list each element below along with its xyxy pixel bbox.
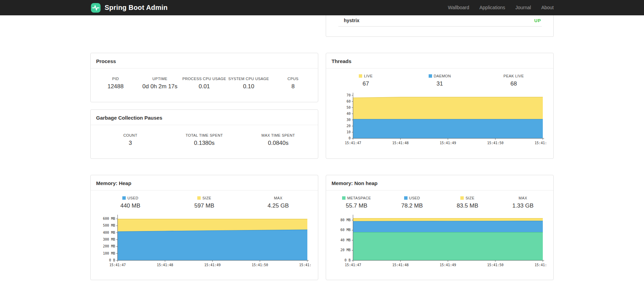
svg-text:15:41:47: 15:41:47 (109, 263, 126, 267)
svg-text:15:41:49: 15:41:49 (440, 141, 456, 145)
metric-label: UPTIME (138, 77, 182, 81)
metric-heap-max: MAX 4.25 GB (241, 196, 315, 209)
svg-text:15:41:48: 15:41:48 (392, 263, 409, 267)
metric-gc-count: COUNT 3 (93, 133, 167, 147)
application-row[interactable]: hystrix UP (326, 15, 553, 23)
svg-text:15:41:50: 15:41:50 (252, 263, 268, 267)
process-panel: Process PID 12488 UPTIME 0d 0h 2m 17s PR… (90, 53, 318, 102)
svg-text:15:41:48: 15:41:48 (157, 263, 173, 267)
threads-panel-title: Threads (326, 53, 553, 69)
metric-process-cpu-usage: PROCESS CPU USAGE 0.01 (182, 77, 226, 90)
metric-label: LIVE (329, 74, 403, 78)
svg-text:15:41:49: 15:41:49 (204, 263, 220, 267)
nav-link-about[interactable]: About (536, 0, 554, 15)
metric-value: 0.01 (182, 83, 226, 90)
top-navbar: Spring Boot Admin Wallboard Applications… (0, 0, 644, 15)
nav-link-applications[interactable]: Applications (474, 0, 510, 15)
used-legend-swatch (404, 196, 408, 200)
svg-text:20: 20 (347, 124, 351, 128)
nav-link-journal[interactable]: Journal (510, 0, 536, 15)
svg-text:40: 40 (347, 112, 351, 116)
metric-value: 0.0840s (241, 140, 315, 147)
metric-value: 0.1380s (167, 140, 241, 147)
svg-text:15:41:47: 15:41:47 (345, 141, 361, 145)
svg-text:10: 10 (347, 130, 351, 134)
svg-text:200 MB: 200 MB (103, 244, 115, 248)
metric-value: 3 (93, 140, 167, 147)
memory-nonheap-panel: Memory: Non heap METASPACE 55.7 MB USED … (326, 175, 554, 280)
memory-heap-chart: 0 B100 MB200 MB300 MB400 MB500 MB600 MB1… (91, 213, 318, 271)
metric-label: USED (93, 196, 167, 200)
metric-label: METASPACE (329, 196, 384, 200)
metric-value: 8 (271, 83, 315, 90)
metric-nonheap-metaspace: METASPACE 55.7 MB (329, 196, 384, 209)
svg-text:0: 0 (349, 136, 351, 140)
metric-value: 78.2 MB (384, 202, 440, 209)
svg-text:15:41:51: 15:41:51 (535, 263, 546, 267)
svg-text:30: 30 (347, 118, 351, 122)
gc-pauses-panel: Garbage Collection Pauses COUNT 3 TOTAL … (90, 109, 318, 159)
svg-text:400 MB: 400 MB (103, 231, 115, 234)
gc-metrics: COUNT 3 TOTAL TIME SPENT 0.1380s MAX TIM… (91, 125, 318, 147)
svg-text:300 MB: 300 MB (103, 238, 115, 241)
svg-text:20 MB: 20 MB (340, 248, 351, 252)
metric-value: 31 (403, 80, 477, 87)
svg-text:70: 70 (347, 93, 351, 97)
metric-gc-total-time: TOTAL TIME SPENT 0.1380s (167, 133, 241, 147)
metric-value: 68 (477, 80, 551, 87)
daemon-legend-swatch (429, 74, 432, 78)
metric-label: MAX (241, 196, 315, 200)
svg-text:60 MB: 60 MB (340, 228, 351, 232)
svg-text:80 MB: 80 MB (340, 218, 351, 222)
svg-text:15:41:51: 15:41:51 (535, 141, 546, 145)
svg-text:0 B: 0 B (344, 258, 351, 262)
metric-label: SYSTEM CPU USAGE (227, 77, 271, 81)
nonheap-metrics: METASPACE 55.7 MB USED 78.2 MB SIZE 83.5… (326, 191, 553, 209)
used-legend-swatch (122, 196, 126, 200)
metric-label: PROCESS CPU USAGE (182, 77, 226, 81)
memory-nonheap-chart: 0 B20 MB40 MB60 MB80 MB15:41:4715:41:481… (326, 213, 553, 271)
metric-label: PID (93, 77, 138, 81)
metric-pid: PID 12488 (93, 77, 138, 90)
metric-label: TOTAL TIME SPENT (167, 133, 241, 137)
metaspace-legend-swatch (342, 196, 346, 200)
metric-label: MAX (495, 196, 551, 200)
size-legend-swatch (197, 196, 201, 200)
gc-panel-title: Garbage Collection Pauses (91, 110, 318, 125)
size-legend-swatch (460, 196, 464, 200)
svg-text:15:41:49: 15:41:49 (440, 263, 456, 267)
metric-label: PEAK LIVE (477, 74, 551, 78)
svg-text:600 MB: 600 MB (103, 217, 115, 221)
svg-text:0 B: 0 B (109, 258, 115, 262)
main-content: Process PID 12488 UPTIME 0d 0h 2m 17s PR… (90, 15, 554, 280)
metric-threads-daemon: DAEMON 31 (403, 74, 477, 87)
brand-link[interactable]: Spring Boot Admin (90, 2, 168, 13)
metric-cpus: CPUS 8 (271, 77, 315, 90)
metric-heap-used: USED 440 MB (93, 196, 167, 209)
row-divider (338, 26, 542, 27)
metric-value: 4.25 GB (241, 202, 315, 209)
applications-panel-cutoff: hystrix UP (326, 15, 554, 37)
application-name-link[interactable]: hystrix (344, 18, 359, 23)
metric-label: SIZE (167, 196, 241, 200)
svg-text:15:41:50: 15:41:50 (487, 141, 504, 145)
metric-system-cpu-usage: SYSTEM CPU USAGE 0.10 (227, 77, 271, 90)
memory-heap-panel: Memory: Heap USED 440 MB SIZE 597 MB MAX… (90, 175, 318, 280)
metric-value: 67 (329, 80, 403, 87)
nav-link-wallboard[interactable]: Wallboard (443, 0, 474, 15)
left-column: Process PID 12488 UPTIME 0d 0h 2m 17s PR… (90, 15, 318, 280)
threads-panel: Threads LIVE 67 DAEMON 31 PEAK LIVE 68 0… (326, 53, 554, 159)
svg-text:15:41:51: 15:41:51 (299, 263, 311, 267)
metric-heap-size: SIZE 597 MB (167, 196, 241, 209)
svg-text:15:41:48: 15:41:48 (392, 141, 409, 145)
right-column: hystrix UP Threads LIVE 67 DAEMON 31 PEA… (326, 15, 554, 280)
metric-label: CPUS (271, 77, 315, 81)
svg-text:50: 50 (347, 106, 351, 109)
brand-title: Spring Boot Admin (105, 4, 168, 12)
metric-value: 83.5 MB (440, 202, 495, 209)
live-legend-swatch (359, 74, 362, 78)
svg-text:15:41:50: 15:41:50 (487, 263, 504, 267)
svg-text:100 MB: 100 MB (103, 252, 115, 255)
metric-gc-max-time: MAX TIME SPENT 0.0840s (241, 133, 315, 147)
metric-value: 0.10 (227, 83, 271, 90)
